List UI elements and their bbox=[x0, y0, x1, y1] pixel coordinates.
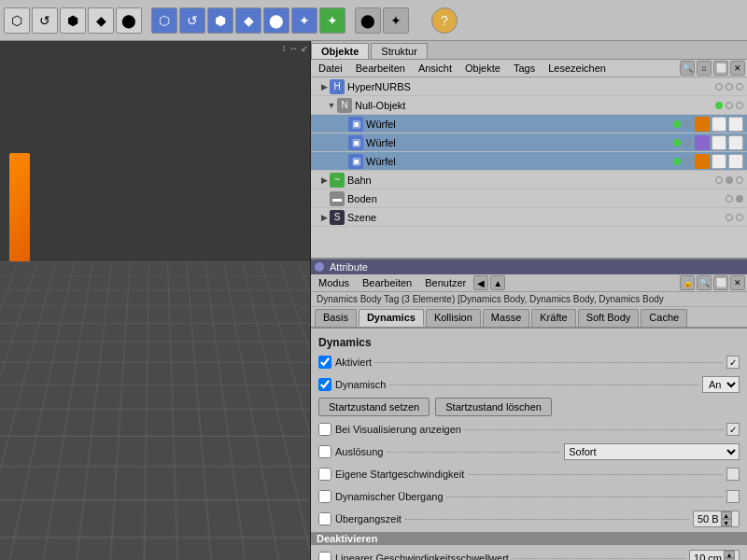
tree-item-wurfel-1[interactable]: ▣ Würfel bbox=[311, 115, 747, 133]
tree-icon-hypernurbs: H bbox=[330, 79, 345, 94]
tree-dots-w2 bbox=[673, 139, 691, 147]
attr-menu-modus[interactable]: Modus bbox=[313, 276, 355, 289]
field-aktiviert: Aktiviert ✓ bbox=[318, 353, 740, 371]
main-layout: ↕ ↔ ↙ Objekte Struktur Datei Bearbeiten … bbox=[0, 41, 747, 560]
menu-objekte[interactable]: Objekte bbox=[459, 62, 506, 75]
sub-tab-softbody[interactable]: Soft Body bbox=[578, 309, 640, 327]
tool-sphere[interactable]: ↺ bbox=[179, 7, 205, 34]
expand-icon[interactable]: ⬜ bbox=[713, 61, 728, 76]
object-tree[interactable]: ▶ H HyperNURBS ▼ N Null-Objekt bbox=[311, 77, 747, 259]
menu-bearbeiten[interactable]: Bearbeiten bbox=[350, 62, 411, 75]
attribute-dot bbox=[315, 262, 324, 272]
field-dynamischer-uebergang: Dynamischer Übergang bbox=[318, 487, 740, 506]
checkbox-dynamisch[interactable] bbox=[318, 378, 331, 391]
tree-arrow-hypernurbs: ▶ bbox=[318, 82, 330, 91]
menu-lesezeichen[interactable]: Lesezeichen bbox=[543, 62, 612, 75]
btn-startzustand-setzen[interactable]: Startzustand setzen bbox=[318, 398, 430, 416]
sub-tab-cache[interactable]: Cache bbox=[641, 309, 687, 327]
tree-item-wurfel-2[interactable]: ▣ Würfel bbox=[311, 133, 747, 152]
tree-item-hypernurbs[interactable]: ▶ H HyperNURBS bbox=[311, 77, 747, 96]
tree-tags-w1 bbox=[695, 117, 743, 132]
attribute-title: Attribute bbox=[330, 261, 368, 273]
tool-cube[interactable]: ⬡ bbox=[151, 7, 177, 34]
sub-tab-kollision[interactable]: Kollision bbox=[426, 309, 481, 327]
checkbox-linear[interactable] bbox=[318, 552, 331, 560]
menu-tags[interactable]: Tags bbox=[508, 62, 541, 75]
spinner-uebergangszeit[interactable]: ▲ ▼ bbox=[721, 511, 732, 526]
menu-icons: 🔍 ⌂ ⬜ ✕ bbox=[680, 61, 745, 76]
tree-label-hypernurbs: HyperNURBS bbox=[347, 81, 715, 92]
tree-item-null[interactable]: ▼ N Null-Objekt bbox=[311, 96, 747, 115]
tree-item-szene[interactable]: ▶ S Szene bbox=[311, 208, 747, 227]
tool-light[interactable]: ✦ bbox=[383, 7, 409, 34]
attr-nav-back[interactable]: ◀ bbox=[473, 275, 488, 290]
section-deaktivieren: Deaktivieren bbox=[311, 532, 747, 545]
attr-lock-icon[interactable]: 🔒 bbox=[680, 275, 695, 290]
tool-rotate-select[interactable]: ↺ bbox=[32, 7, 58, 34]
tree-item-bahn[interactable]: ▶ ~ Bahn bbox=[311, 171, 747, 189]
label-ausloesung: Auslösung bbox=[335, 446, 383, 457]
attr-menu-benutzer[interactable]: Benutzer bbox=[419, 276, 472, 289]
spinner-up[interactable]: ▲ bbox=[721, 511, 732, 519]
tree-item-wurfel-3[interactable]: ▣ Würfel bbox=[311, 152, 747, 171]
label-uebergangszeit: Übergangszeit bbox=[335, 513, 402, 525]
attr-nav-up[interactable]: ▲ bbox=[490, 275, 505, 290]
dot-2 bbox=[726, 83, 733, 91]
tool-spline[interactable]: ✦ bbox=[319, 7, 345, 34]
tool-cone[interactable]: ⬢ bbox=[207, 7, 233, 34]
checkbox-dynamischer-uebergang[interactable] bbox=[318, 490, 331, 503]
dot-w2-1 bbox=[673, 139, 681, 147]
tool-move[interactable]: ⬢ bbox=[60, 7, 86, 34]
menu-ansicht[interactable]: Ansicht bbox=[413, 62, 458, 75]
menu-datei[interactable]: Datei bbox=[313, 62, 348, 75]
tree-label-w3: Würfel bbox=[366, 156, 673, 167]
tool-rotate[interactable]: ⬤ bbox=[116, 7, 142, 34]
tool-camera[interactable]: ⬤ bbox=[355, 7, 381, 34]
attr-search-icon[interactable]: 🔍 bbox=[697, 275, 712, 290]
tool-scale[interactable]: ◆ bbox=[88, 7, 114, 34]
tab-objekte[interactable]: Objekte bbox=[311, 43, 369, 59]
home-icon[interactable]: ⌂ bbox=[697, 61, 712, 76]
tree-label-null: Null-Objekt bbox=[355, 100, 715, 111]
checkbox-eigene-start[interactable] bbox=[318, 468, 331, 481]
tool-cylinder[interactable]: ◆ bbox=[235, 7, 261, 34]
tree-item-boden[interactable]: ▬ Boden bbox=[311, 189, 747, 208]
tree-icon-w3: ▣ bbox=[348, 154, 363, 169]
checkbox-visualisierung[interactable] bbox=[318, 423, 331, 436]
attr-close-icon[interactable]: ✕ bbox=[730, 275, 745, 290]
close-icon[interactable]: ✕ bbox=[730, 61, 745, 76]
checkbox-uebergangszeit[interactable] bbox=[318, 512, 331, 525]
attr-menu-bearbeiten[interactable]: Bearbeiten bbox=[357, 276, 417, 289]
tool-select[interactable]: ⬡ bbox=[4, 7, 30, 34]
grid-floor bbox=[0, 261, 311, 560]
sub-tab-masse[interactable]: Masse bbox=[483, 309, 529, 327]
dot-3 bbox=[736, 83, 743, 91]
btn-startzustand-loeschen[interactable]: Startzustand löschen bbox=[435, 398, 552, 416]
select-dynamisch[interactable]: An bbox=[702, 376, 740, 393]
label-dynamisch: Dynamisch bbox=[335, 379, 386, 390]
spinner-down[interactable]: ▼ bbox=[721, 519, 732, 526]
label-eigene-start: Eigene Startgeschwindigkeit bbox=[335, 469, 464, 480]
attr-nav-buttons: ◀ ▲ bbox=[473, 275, 505, 290]
tool-nurbs[interactable]: ✦ bbox=[291, 7, 317, 34]
tab-struktur[interactable]: Struktur bbox=[371, 43, 428, 59]
attr-expand-icon[interactable]: ⬜ bbox=[713, 275, 728, 290]
checkbox-ausloesung[interactable] bbox=[318, 445, 331, 458]
tree-tags-w2 bbox=[695, 135, 743, 150]
3d-viewport[interactable]: ↕ ↔ ↙ bbox=[0, 41, 311, 560]
select-ausloesung[interactable]: Sofort bbox=[564, 443, 740, 460]
sub-tabs: Basis Dynamics Kollision Masse Kräfte So… bbox=[311, 307, 747, 329]
sub-tab-dynamics[interactable]: Dynamics bbox=[359, 309, 424, 327]
sub-tab-kraefte[interactable]: Kräfte bbox=[531, 309, 575, 327]
tree-dots-boden bbox=[726, 195, 743, 203]
input-linear: 10 cm ▲ ▼ bbox=[689, 550, 740, 560]
checkmark-eigene-start bbox=[726, 468, 740, 481]
spinner-linear-up[interactable]: ▲ bbox=[724, 551, 735, 558]
spinner-linear[interactable]: ▲ ▼ bbox=[724, 551, 735, 560]
sub-tab-basis[interactable]: Basis bbox=[315, 309, 357, 327]
tool-plane[interactable]: ⬤ bbox=[263, 7, 289, 34]
checkbox-aktiviert[interactable] bbox=[318, 356, 331, 369]
search-icon[interactable]: 🔍 bbox=[680, 61, 695, 76]
tool-help[interactable]: ? bbox=[431, 7, 458, 34]
dot-bod1 bbox=[726, 195, 733, 203]
